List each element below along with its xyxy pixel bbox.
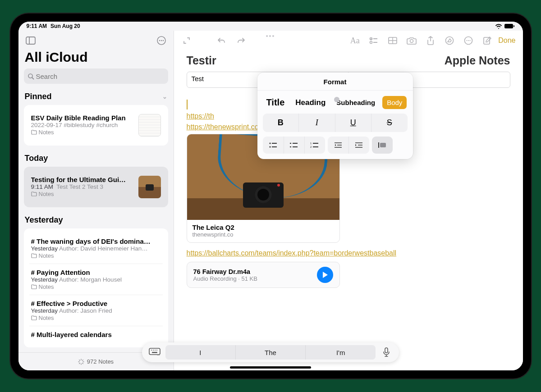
indent-button[interactable] <box>348 137 369 154</box>
svg-line-15 <box>83 363 83 363</box>
svg-text:1: 1 <box>310 142 312 145</box>
svg-point-20 <box>370 41 372 44</box>
svg-text:2: 2 <box>310 146 312 148</box>
format-popover: Format Title Heading Subheading Body B I… <box>257 73 413 159</box>
share-button[interactable] <box>422 32 439 49</box>
note-title: Testing for the Ultimate Gui… <box>31 176 135 183</box>
svg-point-30 <box>470 40 471 41</box>
more-button[interactable] <box>460 32 477 49</box>
wifi-icon <box>495 23 502 29</box>
status-time: 9:11 AM <box>27 23 47 29</box>
status-date: Sun Aug 20 <box>50 23 80 29</box>
note-subtitle: 9:11 AM Test Test 2 Test 3 <box>31 183 135 190</box>
notes-count: 972 Notes <box>87 358 114 365</box>
link[interactable]: https://ballcharts.com/teams/index.php?t… <box>187 249 510 257</box>
svg-text:⋯: ⋯ <box>157 354 160 357</box>
note-title: ESV Daily Bible Reading Plan <box>31 114 135 122</box>
note-item-pinned[interactable]: ESV Daily Bible Reading Plan 2022-09-17 … <box>24 105 168 146</box>
section-pinned-label: Pinned <box>25 92 52 101</box>
note-item[interactable]: # Effective > Productive Yesterday Autho… <box>29 295 163 326</box>
link-preview-domain: thenewsprint.co <box>193 231 334 238</box>
svg-point-53 <box>151 350 152 351</box>
section-pinned[interactable]: Pinned ⌄ <box>18 88 174 105</box>
sidebar-title: All iCloud <box>18 49 174 68</box>
search-input[interactable] <box>36 73 165 80</box>
note-item-today-selected[interactable]: Testing for the Ultimate Gui… 9:11 AM Te… <box>24 167 168 207</box>
outdent-button[interactable] <box>328 137 348 154</box>
note-item[interactable]: # The waning days of DEI's domina… Yeste… <box>29 233 163 264</box>
undo-button[interactable] <box>214 32 230 49</box>
sidebar-toggle-button[interactable] <box>24 34 37 47</box>
svg-rect-0 <box>504 24 513 28</box>
ipad-frame: 9:11 AM Sun Aug 20 ••• <box>10 14 531 378</box>
section-today-label: Today <box>25 154 48 163</box>
svg-point-5 <box>159 40 160 41</box>
text-format-button[interactable]: Aa <box>347 32 363 49</box>
section-yesterday: Yesterday <box>18 212 174 228</box>
note-item[interactable]: # Paying Attention Yesterday Author: Mor… <box>29 264 163 295</box>
svg-rect-57 <box>152 352 157 353</box>
status-bar: 9:11 AM Sun Aug 20 <box>18 22 523 31</box>
bulleted-list-button[interactable] <box>263 137 284 154</box>
folder-icon <box>31 130 37 135</box>
audio-attachment[interactable]: 76 Fairway Dr.m4a Audio Recording · 51 K… <box>187 262 340 288</box>
dashed-list-button[interactable] <box>284 137 304 154</box>
folder-icon <box>31 191 37 196</box>
audio-meta: Audio Recording · 51 KB <box>193 275 312 282</box>
svg-rect-1 <box>513 25 514 27</box>
popover-title: Format <box>257 73 413 91</box>
camera-button[interactable] <box>403 32 420 49</box>
style-body-selected[interactable]: Body <box>382 96 407 109</box>
note-title: # The waning days of DEI's domina… <box>31 237 161 245</box>
dictation-button[interactable] <box>376 347 396 357</box>
note-item[interactable]: # Multi-layered calendars <box>29 326 163 343</box>
svg-line-17 <box>83 360 83 360</box>
markup-button[interactable] <box>441 32 458 49</box>
underline-button[interactable]: U <box>335 114 371 132</box>
text-cursor <box>187 100 188 109</box>
svg-rect-59 <box>385 348 388 353</box>
note-folder: Notes <box>31 252 161 259</box>
table-button[interactable] <box>385 32 401 49</box>
play-button[interactable] <box>317 267 333 283</box>
quicktype-suggestions: I The I'm <box>165 345 376 360</box>
svg-rect-2 <box>26 37 35 44</box>
suggestion-2[interactable]: The <box>235 345 306 360</box>
svg-line-14 <box>79 360 80 360</box>
italic-button[interactable]: I <box>298 114 335 132</box>
home-indicator[interactable] <box>230 366 311 369</box>
suggestion-3[interactable]: I'm <box>305 345 376 360</box>
svg-rect-51 <box>380 143 386 147</box>
multitask-dots-icon[interactable]: ••• <box>266 32 275 40</box>
style-subheading[interactable]: Subheading <box>333 96 379 109</box>
redo-button[interactable] <box>233 32 249 49</box>
style-title[interactable]: Title <box>263 95 289 110</box>
paragraph-style-row[interactable]: Title Heading Subheading Body <box>257 91 413 114</box>
numbered-list-button[interactable]: 12 <box>304 137 325 154</box>
style-heading[interactable]: Heading <box>292 96 329 109</box>
note-subtitle: Yesterday Author: David Heinemeier Han… <box>31 245 161 252</box>
block-quote-button[interactable] <box>372 137 393 154</box>
audio-filename: 76 Fairway Dr.m4a <box>193 268 312 275</box>
done-button[interactable]: Done <box>498 36 518 45</box>
chevron-down-icon: ⌄ <box>162 93 167 100</box>
section-yesterday-label: Yesterday <box>25 215 63 225</box>
expand-icon[interactable] <box>179 32 195 49</box>
checklist-button[interactable] <box>366 32 382 49</box>
svg-line-9 <box>32 77 34 79</box>
more-options-button[interactable] <box>155 34 168 47</box>
suggestion-1[interactable]: I <box>165 345 235 360</box>
new-note-button[interactable] <box>479 32 495 49</box>
note-subtitle: Yesterday Author: Jason Fried <box>31 307 161 314</box>
search-field[interactable] <box>24 68 168 84</box>
note-folder: Notes <box>31 191 135 197</box>
syncing-icon <box>78 359 84 365</box>
editor-toolbar: Aa Done <box>174 31 523 50</box>
notes-sidebar: All iCloud Pinned ⌄ ESV D <box>18 31 174 370</box>
svg-point-29 <box>468 40 469 41</box>
strikethrough-button[interactable]: S <box>371 114 408 132</box>
bold-button[interactable]: B <box>263 114 299 132</box>
note-subtitle: 2022-09-17 #biblestudy #church <box>31 122 135 128</box>
keyboard-switch-button[interactable]: ⋯ <box>145 348 165 357</box>
svg-point-26 <box>446 37 454 45</box>
